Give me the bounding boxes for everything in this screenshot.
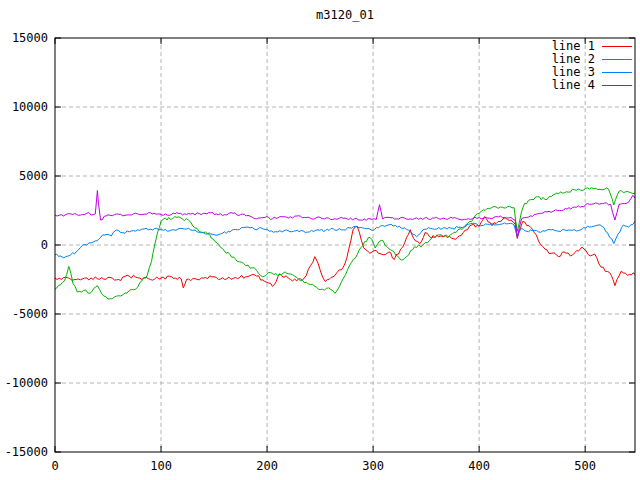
y-tick-label: 5000 bbox=[2, 170, 48, 182]
legend-line-sample bbox=[602, 72, 632, 73]
x-tick-label: 400 bbox=[449, 460, 509, 472]
x-tick-label: 100 bbox=[131, 460, 191, 472]
x-tick-label: 0 bbox=[25, 460, 85, 472]
y-tick-label: 15000 bbox=[2, 32, 48, 44]
plot-area bbox=[0, 0, 640, 480]
series-line-2 bbox=[55, 188, 635, 299]
legend-line-sample bbox=[602, 59, 632, 60]
y-tick-label: 0 bbox=[2, 239, 48, 251]
y-tick-label: -5000 bbox=[2, 308, 48, 320]
legend-entry: line 4 bbox=[552, 79, 632, 92]
x-tick-label: 300 bbox=[343, 460, 403, 472]
legend-line-sample bbox=[602, 46, 632, 47]
legend-label: line 4 bbox=[552, 79, 595, 92]
legend: line 1line 2line 3line 4 bbox=[552, 40, 632, 92]
chart: m3120_01 -15000-10000-500005000100001500… bbox=[0, 0, 640, 480]
series-line-1 bbox=[55, 217, 635, 288]
legend-line-sample bbox=[602, 85, 632, 86]
y-tick-label: -10000 bbox=[2, 377, 48, 389]
y-tick-label: -15000 bbox=[2, 446, 48, 458]
x-tick-label: 500 bbox=[555, 460, 615, 472]
x-tick-label: 200 bbox=[237, 460, 297, 472]
y-tick-label: 10000 bbox=[2, 101, 48, 113]
